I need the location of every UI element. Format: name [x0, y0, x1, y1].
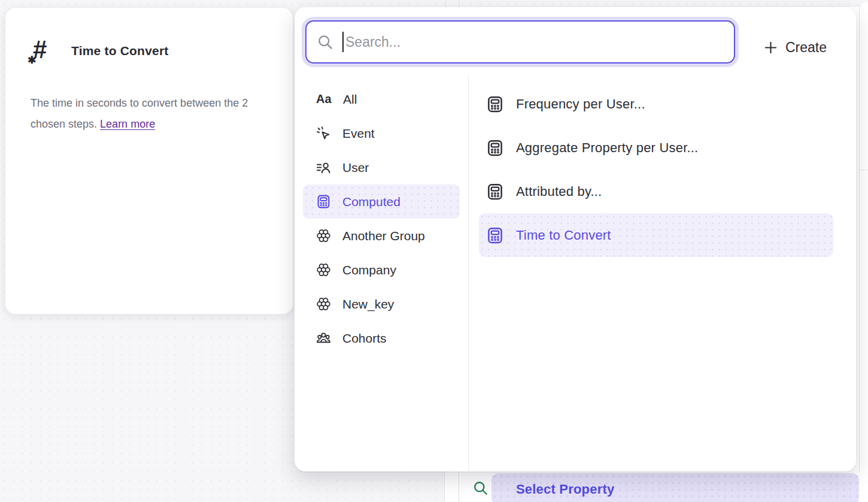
group-cluster-icon [316, 228, 331, 243]
search-icon [317, 34, 333, 50]
background-column-border [459, 471, 459, 502]
background-column-border [445, 0, 446, 7]
calculator-icon [316, 194, 331, 209]
search-icon [473, 480, 488, 496]
calculator-icon [486, 95, 504, 113]
category-item-cohorts[interactable]: Cohorts [303, 321, 460, 355]
property-picker-popover: Search... Create Aa All Event [295, 7, 856, 471]
background-divider [860, 170, 868, 170]
learn-more-link[interactable]: Learn more [100, 118, 155, 130]
create-button-label: Create [785, 40, 827, 56]
category-item-computed[interactable]: Computed [303, 185, 460, 219]
cursor-click-icon [316, 126, 331, 141]
text-caret [342, 32, 344, 52]
info-card-description: The time in seconds to convert between t… [31, 93, 270, 135]
select-property-field[interactable]: Select Property [491, 473, 859, 502]
property-item-attributed-by[interactable]: Attributed by... [479, 170, 833, 213]
category-item-all[interactable]: Aa All [303, 82, 460, 116]
search-input[interactable]: Search... [305, 20, 735, 63]
category-item-company[interactable]: Company [303, 253, 460, 287]
group-cluster-icon [316, 297, 331, 312]
category-item-user[interactable]: User [303, 150, 460, 185]
property-item-aggregate-property-per-user[interactable]: Aggregate Property per User... [479, 126, 833, 170]
select-property-label: Select Property [491, 482, 614, 497]
property-item-frequency-per-user[interactable]: Frequency per User... [479, 82, 833, 126]
text-format-icon: Aa [316, 92, 332, 106]
picker-body: Aa All Event [295, 75, 856, 471]
cohort-people-icon [316, 331, 331, 346]
create-button[interactable]: Create [764, 37, 827, 58]
calculator-icon [486, 226, 504, 244]
user-list-icon [316, 160, 331, 175]
property-info-card: # ✱ Time to Convert The time in seconds … [5, 7, 293, 314]
category-item-another-group[interactable]: Another Group [303, 219, 460, 253]
calculator-icon [486, 183, 504, 201]
group-cluster-icon [316, 262, 331, 277]
background-column-border [459, 0, 459, 7]
calculator-icon [486, 139, 504, 157]
category-item-event[interactable]: Event [303, 116, 460, 150]
info-card-title: Time to Convert [71, 44, 168, 58]
property-list: Frequency per User... Aggregate Property… [469, 75, 856, 471]
category-list: Aa All Event [295, 75, 469, 471]
background-right-card-edge [859, 2, 868, 502]
plus-icon [764, 41, 778, 55]
computed-number-icon: # ✱ [33, 35, 59, 65]
search-placeholder: Search... [345, 34, 400, 50]
property-item-time-to-convert[interactable]: Time to Convert [479, 213, 833, 257]
category-item-new-key[interactable]: New_key [303, 287, 460, 321]
